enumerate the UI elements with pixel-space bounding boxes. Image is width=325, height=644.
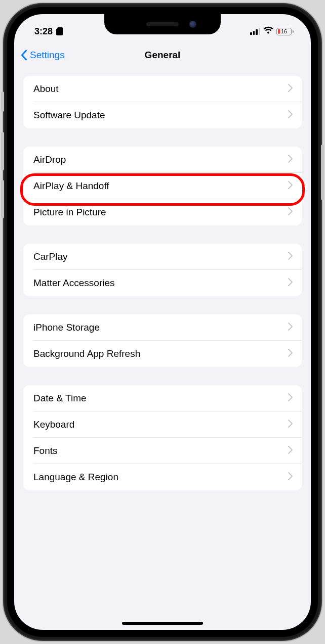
phone-frame: 3:28 16 — [3, 3, 322, 641]
chevron-right-icon — [288, 472, 293, 483]
row-label: iPhone Storage — [33, 322, 100, 333]
cellular-signal-icon — [250, 28, 260, 35]
row-label: Keyboard — [33, 419, 74, 430]
chevron-right-icon — [288, 445, 293, 456]
chevron-right-icon — [288, 348, 293, 359]
chevron-left-icon — [20, 50, 28, 61]
settings-group: iPhone Storage Background App Refresh — [23, 314, 302, 367]
nav-bar: Settings General — [14, 42, 311, 68]
settings-group: Date & Time Keyboard Fonts Language & Re… — [23, 385, 302, 490]
row-label: Fonts — [33, 445, 58, 456]
row-keyboard[interactable]: Keyboard — [23, 411, 302, 438]
settings-group: AirDrop AirPlay & Handoff Picture in Pic… — [23, 147, 302, 225]
row-label: CarPlay — [33, 251, 68, 262]
chevron-right-icon — [288, 278, 293, 289]
power-button — [321, 145, 324, 200]
back-button[interactable]: Settings — [20, 50, 65, 61]
row-iphone-storage[interactable]: iPhone Storage — [23, 314, 302, 341]
page-title: General — [145, 50, 181, 61]
chevron-right-icon — [288, 83, 293, 95]
row-fonts[interactable]: Fonts — [23, 438, 302, 464]
row-picture-in-picture[interactable]: Picture in Picture — [23, 199, 302, 225]
back-label: Settings — [30, 50, 65, 61]
row-label: Date & Time — [33, 393, 87, 404]
row-label: AirDrop — [33, 154, 66, 165]
row-date-time[interactable]: Date & Time — [23, 385, 302, 411]
home-indicator[interactable] — [122, 622, 203, 625]
chevron-right-icon — [288, 251, 293, 262]
sim-icon — [56, 27, 63, 35]
chevron-right-icon — [288, 154, 293, 165]
chevron-right-icon — [288, 322, 293, 333]
row-label: Matter Accessories — [33, 278, 115, 289]
chevron-right-icon — [288, 207, 293, 218]
settings-group: About Software Update — [23, 76, 302, 128]
volume-down-button — [1, 180, 4, 218]
row-airplay-handoff[interactable]: AirPlay & Handoff — [23, 173, 302, 199]
settings-group: CarPlay Matter Accessories — [23, 244, 302, 296]
notch — [104, 14, 221, 34]
row-background-app-refresh[interactable]: Background App Refresh — [23, 341, 302, 367]
screen: 3:28 16 — [14, 14, 311, 630]
chevron-right-icon — [288, 393, 293, 404]
front-camera — [189, 21, 196, 28]
battery-percent: 16 — [281, 28, 287, 34]
chevron-right-icon — [288, 110, 293, 121]
chevron-right-icon — [288, 180, 293, 192]
row-label: Software Update — [33, 110, 105, 121]
row-label: Background App Refresh — [33, 348, 140, 359]
row-label: Language & Region — [33, 472, 118, 483]
settings-list: About Software Update AirDrop — [14, 68, 311, 490]
row-label: Picture in Picture — [33, 207, 106, 218]
row-label: AirPlay & Handoff — [33, 180, 109, 192]
speaker — [146, 22, 179, 26]
row-carplay[interactable]: CarPlay — [23, 244, 302, 270]
row-software-update[interactable]: Software Update — [23, 102, 302, 128]
wifi-icon — [263, 26, 273, 36]
row-language-region[interactable]: Language & Region — [23, 464, 302, 490]
silence-switch — [1, 91, 4, 112]
chevron-right-icon — [288, 419, 293, 430]
volume-up-button — [1, 132, 4, 170]
row-about[interactable]: About — [23, 76, 302, 102]
status-time: 3:28 — [34, 26, 53, 37]
row-matter-accessories[interactable]: Matter Accessories — [23, 270, 302, 296]
battery-icon: 16 — [276, 28, 294, 35]
row-airdrop[interactable]: AirDrop — [23, 147, 302, 173]
row-label: About — [33, 83, 59, 95]
